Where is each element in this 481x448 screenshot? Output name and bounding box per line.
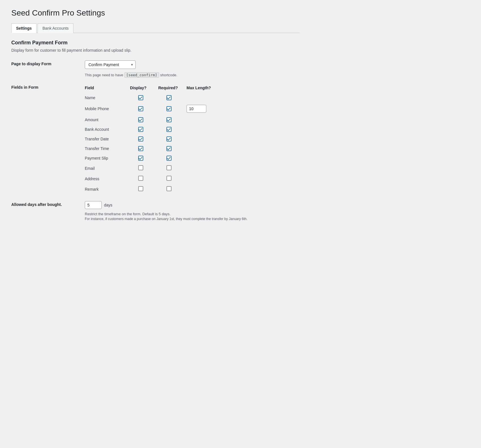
field-name: Amount [85,115,130,125]
fields-in-form-row: Fields in Form Field Display? Required? … [11,84,300,194]
days-unit: days [104,203,112,207]
page-display-form-row: Page to display Form Confirm Payment ▾ T… [11,60,300,77]
allowed-days-label: Allowed days after bought. [11,201,85,207]
required-checkbox[interactable] [166,165,172,170]
field-name: Name [85,93,130,103]
required-checkbox[interactable] [166,136,172,142]
page-select-wrapper: Confirm Payment ▾ [85,60,136,69]
required-checkbox[interactable] [166,106,172,111]
tab-bank-accounts[interactable]: Bank Accounts [38,23,73,33]
section-description: Display form for customer to fill paymen… [11,48,300,53]
shortcode-hint: This page need to have [seed_confirm] sh… [85,73,300,77]
page-display-label: Page to display Form [11,60,85,66]
field-name: Mobile Phone [85,103,130,115]
shortcode-tag: [seed_confirm] [124,72,159,78]
field-name: Transfer Time [85,144,130,153]
table-row: Remark [85,184,218,194]
table-row: Payment Slip [85,153,218,163]
allowed-days-hint2: For instance, if customers made a purcha… [85,217,300,221]
col-field: Field [85,84,130,93]
max-length-input[interactable] [187,105,206,113]
page-display-control: Confirm Payment ▾ This page need to have… [85,60,300,77]
days-input-row: days [85,201,300,209]
field-name: Bank Account [85,125,130,134]
display-checkbox[interactable] [138,136,143,142]
display-checkbox[interactable] [138,186,143,191]
page-wrapper: Seed Confirm Pro Settings Settings Bank … [0,0,311,236]
field-name: Email [85,163,130,173]
tab-settings[interactable]: Settings [11,23,36,33]
col-required: Required? [158,84,187,93]
required-checkbox[interactable] [166,127,172,132]
display-checkbox[interactable] [138,106,143,111]
field-name: Address [85,173,130,184]
required-checkbox[interactable] [166,176,172,181]
display-checkbox[interactable] [138,146,143,151]
table-row: Transfer Time [85,144,218,153]
required-checkbox[interactable] [166,156,172,161]
table-row: Bank Account [85,125,218,134]
display-checkbox[interactable] [138,95,143,100]
field-name: Remark [85,184,130,194]
days-input[interactable] [85,201,102,209]
page-title: Seed Confirm Pro Settings [11,8,300,18]
allowed-days-control: days Restrict the timeframe on the form.… [85,201,300,221]
table-row: Mobile Phone [85,103,218,115]
display-checkbox[interactable] [138,127,143,132]
table-row: Amount [85,115,218,125]
required-checkbox[interactable] [166,117,172,122]
allowed-days-row: Allowed days after bought. days Restrict… [11,201,300,221]
display-checkbox[interactable] [138,176,143,181]
allowed-days-hint1: Restrict the timeframe on the form. Defa… [85,212,300,216]
display-checkbox[interactable] [138,117,143,122]
table-row: Transfer Date [85,134,218,144]
table-row: Name [85,93,218,103]
col-display: Display? [130,84,158,93]
required-checkbox[interactable] [166,146,172,151]
fields-table: Field Display? Required? Max Length? Nam… [85,84,218,194]
required-checkbox[interactable] [166,186,172,191]
fields-table-container: Field Display? Required? Max Length? Nam… [85,84,300,194]
table-row: Address [85,173,218,184]
tabs-container: Settings Bank Accounts [11,23,300,33]
field-name: Transfer Date [85,134,130,144]
col-max-length: Max Length? [187,84,218,93]
section-title: Confirm Payment Form [11,40,300,46]
content-area: Confirm Payment Form Display form for cu… [11,40,300,221]
field-name: Payment Slip [85,153,130,163]
page-select[interactable]: Confirm Payment [85,60,136,69]
display-checkbox[interactable] [138,156,143,161]
fields-in-form-label: Fields in Form [11,84,85,90]
display-checkbox[interactable] [138,165,143,170]
table-row: Email [85,163,218,173]
required-checkbox[interactable] [166,95,172,100]
